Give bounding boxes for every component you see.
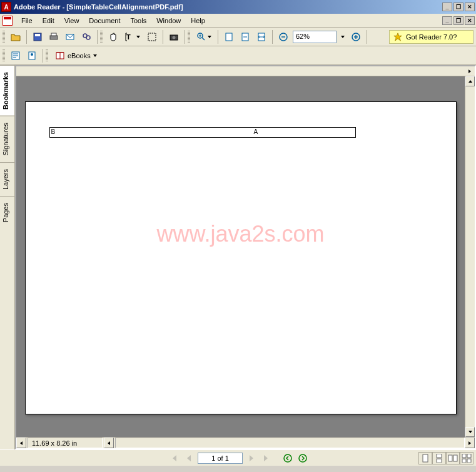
print-button[interactable] (46, 29, 61, 44)
toolbar-grip[interactable] (188, 31, 190, 43)
ebooks-button[interactable]: eBooks (51, 48, 101, 63)
svg-rect-26 (448, 455, 452, 461)
svg-rect-1 (35, 34, 40, 36)
single-page-view-button[interactable] (418, 452, 432, 464)
promo-banner[interactable]: Got Reader 7.0? (389, 30, 473, 44)
svg-rect-8 (148, 33, 156, 41)
first-page-button[interactable] (168, 452, 180, 464)
select-text-tool-button[interactable]: T (122, 29, 143, 44)
hscroll-track[interactable] (115, 438, 465, 448)
maximize-button[interactable]: ❐ (453, 3, 463, 11)
fit-width-button[interactable] (254, 29, 269, 44)
svg-rect-24 (437, 454, 442, 458)
zoom-in-button[interactable] (193, 29, 215, 44)
table-cell-a: A (254, 128, 258, 135)
adobe-reader-icon: A (1, 2, 11, 12)
pdf-table: B A (49, 127, 356, 138)
page-number-input[interactable]: 1 of 1 (198, 453, 243, 464)
side-tab-layers[interactable]: Layers (0, 162, 14, 196)
hscroll-left-button[interactable] (16, 438, 26, 448)
zoom-dropdown-button[interactable] (338, 29, 347, 44)
svg-rect-23 (423, 454, 428, 462)
pdf-page: B A www.java2s.com (25, 101, 457, 414)
document-canvas[interactable]: B A www.java2s.com (16, 76, 465, 437)
minimize-button[interactable]: _ (442, 3, 452, 11)
email-button[interactable] (63, 29, 78, 44)
star-icon (393, 33, 402, 41)
hscroll-left2-button[interactable] (104, 438, 114, 448)
fit-page-button[interactable] (238, 29, 253, 44)
menu-file[interactable]: File (16, 15, 38, 26)
actual-size-button[interactable] (221, 29, 236, 44)
facing-view-button[interactable] (446, 452, 460, 464)
document-area: B A www.java2s.com 11.69 x 8.26 in (15, 65, 476, 449)
prev-page-button[interactable] (183, 452, 195, 464)
scroll-down-button[interactable] (465, 427, 475, 437)
toolbar-grip[interactable] (3, 49, 5, 62)
svg-point-21 (284, 454, 291, 462)
howto-button[interactable] (8, 48, 23, 63)
ebooks-icon (55, 51, 65, 61)
close-button[interactable]: ✕ (465, 3, 475, 11)
svg-rect-3 (51, 33, 56, 36)
zoom-value-input[interactable]: 62% (293, 31, 337, 43)
svg-point-19 (31, 53, 33, 56)
menu-document[interactable]: Document (84, 15, 125, 26)
page-dimensions: 11.69 x 8.26 in (28, 438, 103, 448)
navigation-bar: 1 of 1 (0, 449, 476, 466)
zoom-in-plus-button[interactable] (348, 29, 363, 44)
side-tab-signatures[interactable]: Signatures (0, 116, 14, 162)
last-page-button[interactable] (260, 452, 273, 464)
window-titlebar: A Adobe Reader - [SimpleTableCellAlignme… (0, 0, 476, 14)
svg-text:T: T (126, 33, 131, 41)
zoom-out-button[interactable] (276, 29, 291, 44)
scroll-up-button[interactable] (465, 76, 475, 86)
menu-bar: File Edit View Document Tools Window Hel… (0, 14, 476, 28)
toolbar-grip[interactable] (100, 31, 103, 43)
svg-point-6 (86, 36, 90, 39)
scroll-track[interactable] (465, 86, 475, 427)
snapshot-tool-button[interactable] (166, 29, 181, 44)
toolbar-grip[interactable] (3, 31, 5, 43)
pdf-document-icon (3, 16, 13, 26)
ebooks-label: eBooks (68, 52, 91, 59)
svg-rect-31 (467, 459, 471, 463)
promo-text: Got Reader 7.0? (406, 33, 457, 41)
toolbar-grip[interactable] (46, 49, 48, 62)
main-area: Bookmarks Signatures Layers Pages B A ww… (0, 65, 476, 449)
continuous-view-button[interactable] (432, 452, 446, 464)
doc-minimize-button[interactable]: _ (442, 16, 452, 25)
select-image-tool-button[interactable] (144, 29, 160, 44)
menu-window[interactable]: Window (151, 15, 186, 26)
menu-tools[interactable]: Tools (126, 15, 152, 26)
side-tab-strip: Bookmarks Signatures Layers Pages (0, 65, 15, 449)
continuous-facing-view-button[interactable] (460, 452, 473, 464)
next-view-button[interactable] (296, 452, 309, 464)
hand-tool-button[interactable] (106, 29, 121, 44)
open-button[interactable] (8, 29, 23, 44)
side-tab-bookmarks[interactable]: Bookmarks (0, 65, 14, 116)
menu-edit[interactable]: Edit (38, 15, 59, 26)
svg-point-10 (173, 36, 176, 39)
table-cell-b: B (51, 128, 56, 135)
main-toolbar: T 62% Got Reader 7.0? (0, 28, 476, 46)
doc-restore-button[interactable]: ❐ (453, 16, 463, 25)
next-page-button[interactable] (245, 452, 258, 464)
window-title: Adobe Reader - [SimpleTableCellAlignment… (14, 3, 442, 11)
save-button[interactable] (30, 29, 45, 44)
read-button[interactable] (24, 48, 39, 63)
hscroll-right-button[interactable] (465, 438, 475, 448)
horizontal-scroll-row: 11.69 x 8.26 in (16, 437, 475, 448)
svg-rect-25 (437, 459, 442, 463)
vertical-scrollbar[interactable] (465, 76, 475, 437)
menu-help[interactable]: Help (186, 15, 210, 26)
search-button[interactable] (79, 29, 94, 44)
prev-view-button[interactable] (281, 452, 294, 464)
doc-options-button[interactable] (466, 68, 473, 75)
watermark-text: www.java2s.com (26, 221, 456, 247)
side-tab-pages[interactable]: Pages (0, 196, 14, 228)
doc-close-button[interactable]: ✕ (465, 16, 475, 25)
menu-view[interactable]: View (59, 15, 84, 26)
svg-rect-12 (226, 33, 232, 41)
chevron-down-icon (93, 54, 97, 57)
